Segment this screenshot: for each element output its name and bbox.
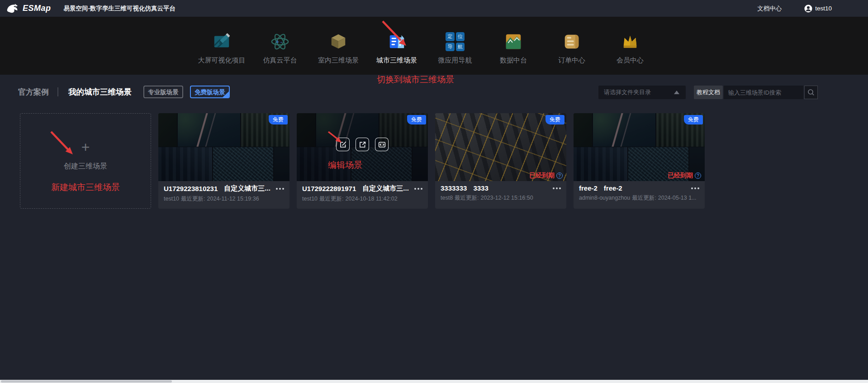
grid-char: 定 xyxy=(446,32,455,41)
card-info: U1729223810231 自定义城市三... test10最近更新:2024… xyxy=(158,181,289,203)
scene-name: 3333 xyxy=(473,184,488,192)
esmap-logo-icon[interactable] xyxy=(6,3,19,14)
caret-up-icon xyxy=(674,91,679,94)
scene-name: free-2 xyxy=(604,184,622,192)
nav-grid-icon: 定位导航 xyxy=(445,32,465,52)
nav-label: 订单中心 xyxy=(558,56,585,65)
scene-id-search-input[interactable] xyxy=(724,86,803,99)
nav-item-micro-app-nav[interactable]: 定位导航 微应用导航 xyxy=(432,32,478,65)
card-info: 3333333 3333 test8最近更新:2023-12-12 15:16:… xyxy=(435,181,566,202)
scene-meta: test10最近更新:2024-11-12 15:19:36 xyxy=(164,195,284,203)
scene-thumbnail[interactable]: 免费 xyxy=(158,113,289,181)
search-button[interactable] xyxy=(804,86,818,99)
order-list-icon xyxy=(562,32,582,52)
svg-text:-: - xyxy=(280,39,282,44)
scene-card[interactable]: 免费 已经到期 ? 3333333 3333 test8最近更新:2023-12… xyxy=(435,113,566,209)
crown-icon xyxy=(620,32,640,52)
free-badge: 免费 xyxy=(269,115,288,124)
folder-select-placeholder: 请选择文件夹目录 xyxy=(604,88,674,96)
create-scene-card[interactable]: + 创建三维场景 新建城市三维场景 xyxy=(20,113,151,209)
magnifier-icon xyxy=(807,89,815,96)
scene-card[interactable]: 免费 已经到期 ? free-2 free-2 admin8-ouyangzho… xyxy=(574,113,705,209)
scene-owner: test10 xyxy=(302,196,318,202)
scene-updated: 2024-05-13 1... xyxy=(658,195,697,201)
nav-label: 微应用导航 xyxy=(438,56,472,65)
scene-thumbnail[interactable]: 免费 编辑场景 xyxy=(297,113,428,181)
scene-name: 自定义城市三... xyxy=(362,184,409,193)
folder-select[interactable]: 请选择文件夹目录 xyxy=(598,86,686,99)
plus-icon: + xyxy=(20,139,151,156)
help-icon[interactable]: ? xyxy=(695,172,701,179)
module-nav-bar: 大屏可视化项目 +- 仿真云平台 室内三维场景 城市三维场景 xyxy=(0,17,868,75)
atom-icon: +- xyxy=(270,32,290,52)
share-scene-icon[interactable] xyxy=(356,138,369,151)
docs-center-link[interactable]: 文档中心 xyxy=(757,5,782,13)
expired-text: 已经到期 xyxy=(529,172,555,180)
more-menu-icon[interactable] xyxy=(688,186,699,191)
scene-name: 自定义城市三... xyxy=(224,184,270,193)
data-chart-icon xyxy=(503,32,523,52)
esmap-platform-page: ESMap 易景空间-数字孪生三维可视化仿真云平台 文档中心 test10 大屏… xyxy=(0,0,868,383)
more-menu-icon[interactable] xyxy=(411,186,422,192)
code-embed-icon[interactable] xyxy=(375,138,389,151)
free-badge: 免费 xyxy=(407,115,426,124)
scene-owner: test10 xyxy=(164,196,179,202)
expired-status: 已经到期 ? xyxy=(529,172,563,180)
scene-card[interactable]: 免费 U1729223810231 自定义城市三... test10最近更新:2… xyxy=(158,113,289,209)
scene-thumbnail[interactable]: 免费 已经到期 ? xyxy=(435,113,566,181)
tab-official-cases[interactable]: 官方案例 xyxy=(18,87,49,97)
free-badge: 免费 xyxy=(545,115,564,124)
tab-my-city-scenes[interactable]: 我的城市三维场景 xyxy=(68,86,132,97)
scene-updated: 2024-10-18 11:42:02 xyxy=(346,196,398,202)
switch-annotation: 切换到城市三维场景 xyxy=(377,74,454,86)
scene-thumbnail[interactable]: 免费 已经到期 ? xyxy=(574,113,705,181)
more-menu-icon[interactable] xyxy=(272,186,284,192)
card-info: free-2 free-2 admin8-ouyangzhou最近更新:2024… xyxy=(574,181,705,202)
screen-editor-icon xyxy=(212,32,232,52)
annotation-arrow-edit xyxy=(327,130,347,147)
tutorial-docs-button[interactable]: 教程文档 xyxy=(694,86,723,99)
nav-item-simulation-cloud[interactable]: +- 仿真云平台 xyxy=(257,32,303,65)
scene-updated: 2023-12-12 15:16:50 xyxy=(481,195,533,201)
nav-item-bigscreen[interactable]: 大屏可视化项目 xyxy=(199,32,244,65)
scene-meta: admin8-ouyangzhou最近更新:2024-05-13 1... xyxy=(579,194,699,202)
grid-char: 航 xyxy=(456,43,465,52)
scene-card[interactable]: 免费 编辑场景 xyxy=(297,113,428,209)
nav-label: 大屏可视化项目 xyxy=(198,56,246,65)
create-scene-label: 创建三维场景 xyxy=(20,162,151,171)
svg-text:+: + xyxy=(276,39,279,44)
nav-label: 城市三维场景 xyxy=(376,56,417,65)
platform-title: 易景空间-数字孪生三维可视化仿真云平台 xyxy=(64,5,176,13)
scene-meta: test8最近更新:2023-12-12 15:16:50 xyxy=(441,194,561,202)
scene-id: free-2 xyxy=(579,184,598,192)
user-menu[interactable]: test10 xyxy=(804,5,832,13)
annotation-arrow-create xyxy=(48,130,80,159)
edit-annotation: 编辑场景 xyxy=(328,159,362,171)
username: test10 xyxy=(815,5,832,12)
scene-id: 3333333 xyxy=(441,184,467,192)
scene-id: U1729222891971 xyxy=(302,185,356,192)
logo-text[interactable]: ESMap xyxy=(23,4,51,13)
scene-owner: test8 xyxy=(441,195,453,201)
free-version-button[interactable]: 免费版场景 xyxy=(190,86,230,98)
nav-item-membership[interactable]: 会员中心 xyxy=(607,32,653,65)
horizontal-scrollbar[interactable] xyxy=(0,380,868,383)
free-badge: 免费 xyxy=(684,115,703,124)
nav-item-data-platform[interactable]: 数据中台 xyxy=(491,32,536,65)
expired-text: 已经到期 xyxy=(668,172,693,180)
scrollbar-thumb[interactable] xyxy=(1,380,172,383)
pro-version-button[interactable]: 专业版场景 xyxy=(143,86,183,98)
scene-owner: admin8-ouyangzhou xyxy=(579,195,630,201)
annotation-arrow-nav xyxy=(379,19,413,51)
nav-item-orders[interactable]: 订单中心 xyxy=(549,32,594,65)
grid-char: 位 xyxy=(456,32,465,41)
more-menu-icon[interactable] xyxy=(549,186,561,191)
user-avatar-icon xyxy=(804,5,812,13)
nav-item-indoor-3d[interactable]: 室内三维场景 xyxy=(316,32,361,65)
scene-id: U1729223810231 xyxy=(164,185,218,192)
create-annotation: 新建城市三维场景 xyxy=(20,182,151,193)
nav-label: 数据中台 xyxy=(500,56,527,65)
help-icon[interactable]: ? xyxy=(556,172,563,179)
updated-label: 最近更新: xyxy=(181,196,205,202)
expired-status: 已经到期 ? xyxy=(668,172,701,180)
